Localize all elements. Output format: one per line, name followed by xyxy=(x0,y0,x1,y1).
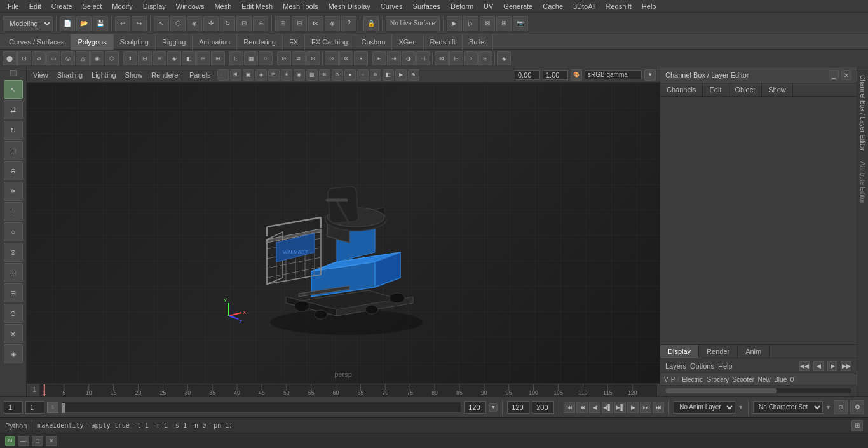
menu-modify[interactable]: Modify xyxy=(107,0,137,13)
render-btn[interactable]: ▶ xyxy=(447,16,462,31)
combine-btn[interactable]: ⇥ xyxy=(387,51,401,65)
menu-windows[interactable]: Windows xyxy=(171,0,210,13)
bevel-btn[interactable]: ⊡ xyxy=(229,51,243,65)
vp-icon-aa[interactable]: ▩ xyxy=(306,69,318,81)
tab-fx-caching[interactable]: FX Caching xyxy=(305,34,355,50)
play-back-btn[interactable]: ◀ xyxy=(589,402,600,413)
poly-torus-btn[interactable]: ◎ xyxy=(61,51,75,65)
poly-platonic-btn[interactable]: ⬡ xyxy=(105,51,119,65)
bridge-btn[interactable]: ⊟ xyxy=(138,51,152,65)
prefs-btn[interactable]: ⚙ xyxy=(850,400,864,414)
lasso-tool-btn[interactable]: ○ xyxy=(4,222,23,241)
merge-btn[interactable]: ⊗ xyxy=(339,51,353,65)
rotate-btn[interactable]: ↻ xyxy=(220,16,235,31)
layer-prev-btn[interactable]: ◀ xyxy=(813,361,824,371)
lighting-menu[interactable]: Lighting xyxy=(89,71,119,79)
anim-layer-dropdown[interactable]: No Anim Layer xyxy=(674,401,735,414)
vp-icon-dof[interactable]: ⊘ xyxy=(332,69,343,81)
render-layer-tab[interactable]: Render xyxy=(699,345,738,358)
color-space-dropdown-icon[interactable]: ▼ xyxy=(644,69,656,81)
target-weld-btn[interactable]: ⊙ xyxy=(325,51,339,65)
collapse-btn[interactable]: ▪ xyxy=(354,51,368,65)
tab-fx[interactable]: FX xyxy=(283,34,305,50)
menu-file[interactable]: File xyxy=(3,0,24,13)
tab-bullet[interactable]: Bullet xyxy=(463,34,494,50)
object-tab[interactable]: Object xyxy=(728,83,762,96)
layer-next-next-btn[interactable]: ▶▶ xyxy=(841,361,851,371)
snap-pts-btn[interactable]: ⊞ xyxy=(275,16,290,31)
render-opts-btn[interactable]: ⊠ xyxy=(480,16,495,31)
vp-icon-smooth[interactable]: ◈ xyxy=(255,69,267,81)
tab-redshift[interactable]: Redshift xyxy=(424,34,463,50)
channel-box-minimize[interactable]: _ xyxy=(829,70,839,80)
menu-surfaces[interactable]: Surfaces xyxy=(408,0,445,13)
vp-icon-tex[interactable]: ⊡ xyxy=(268,69,280,81)
minimize-window-btn[interactable]: — xyxy=(18,436,29,446)
smooth-mesh-btn[interactable]: ◈ xyxy=(497,51,511,65)
lasso-btn[interactable]: ⬡ xyxy=(170,16,186,31)
menu-help[interactable]: Help xyxy=(637,0,661,13)
view-menu[interactable]: View xyxy=(31,71,51,79)
fill-hole-btn[interactable]: ◈ xyxy=(167,51,181,65)
wedge-btn[interactable]: ◧ xyxy=(182,51,196,65)
python-label[interactable]: Python xyxy=(5,422,27,430)
renderer-menu[interactable]: Renderer xyxy=(149,71,183,79)
marquee-btn[interactable]: □ xyxy=(4,202,23,221)
menu-edit[interactable]: Edit xyxy=(24,0,46,13)
soft-select-btn[interactable]: ≋ xyxy=(4,182,23,201)
show-manipulator-btn[interactable]: ⊞ xyxy=(4,263,23,282)
timeline[interactable]: 1 1 5 10 15 20 25 xyxy=(27,383,660,396)
poly-disk-btn[interactable]: ◉ xyxy=(90,51,104,65)
menu-create[interactable]: Create xyxy=(46,0,78,13)
rotate-tool-btn[interactable]: ↻ xyxy=(4,121,23,140)
current-frame-field[interactable] xyxy=(25,401,44,414)
menu-curves[interactable]: Curves xyxy=(376,0,408,13)
end-frame-field[interactable] xyxy=(464,401,486,414)
poly-plane-btn[interactable]: ▭ xyxy=(46,51,60,65)
menu-edit-mesh[interactable]: Edit Mesh xyxy=(236,0,278,13)
playback-end-field[interactable] xyxy=(507,401,529,414)
menu-select[interactable]: Select xyxy=(78,0,107,13)
snap-curve-btn[interactable]: ⋈ xyxy=(308,16,323,31)
render-seq-btn[interactable]: ▷ xyxy=(463,16,478,31)
frame-slider-thumb[interactable] xyxy=(62,403,65,413)
menu-3dtall[interactable]: 3DtoAll xyxy=(568,0,600,13)
tab-animation[interactable]: Animation xyxy=(193,34,237,50)
color-space-field[interactable] xyxy=(585,70,642,79)
playback-max-field[interactable] xyxy=(532,401,554,414)
tab-sculpting[interactable]: Sculpting xyxy=(114,34,156,50)
smooth-btn[interactable]: ⊛ xyxy=(306,51,320,65)
color-mode-icon[interactable]: 🎨 xyxy=(571,69,582,81)
layer-scrollbar-thumb[interactable] xyxy=(665,388,777,393)
append-poly-btn[interactable]: ⊕ xyxy=(153,51,166,65)
layer-prev-prev-btn[interactable]: ◀◀ xyxy=(799,361,810,371)
anim-layer-tab[interactable]: Anim xyxy=(738,345,770,358)
frame-range-slider[interactable] xyxy=(61,402,461,413)
paint-select-btn[interactable]: ⊛ xyxy=(4,243,23,262)
vp-icon-cam[interactable]: 🎥 xyxy=(217,69,229,81)
next-frame-btn[interactable]: ▶▌ xyxy=(614,402,626,413)
relax-btn[interactable]: ≋ xyxy=(292,51,306,65)
menu-uv[interactable]: UV xyxy=(478,0,498,13)
play-fwd-btn[interactable]: ▶ xyxy=(627,402,639,413)
redo-btn[interactable]: ↪ xyxy=(132,16,147,31)
anim-layer-arrow[interactable]: ▼ xyxy=(738,404,743,411)
render-cam-btn[interactable]: 📷 xyxy=(513,16,528,31)
options-option[interactable]: Options xyxy=(690,362,714,370)
uv-spherical-btn[interactable]: ○ xyxy=(464,51,478,65)
uv-cylindrical-btn[interactable]: ⊟ xyxy=(449,51,463,65)
render-region-btn[interactable]: ⊞ xyxy=(496,16,512,31)
vp-icon-ssao[interactable]: ● xyxy=(344,69,356,81)
left-tool-14[interactable]: ◈ xyxy=(4,344,23,363)
jump-end-btn[interactable]: ⏭ xyxy=(653,402,664,413)
extrude-btn[interactable]: ⬆ xyxy=(123,51,137,65)
multi-cut-btn[interactable]: ✂ xyxy=(196,51,210,65)
step-back-btn[interactable]: ⏮ xyxy=(576,402,588,413)
connect-btn[interactable]: ⊞ xyxy=(211,51,225,65)
layers-option[interactable]: Layers xyxy=(665,362,686,370)
tab-xgen[interactable]: XGen xyxy=(392,34,423,50)
circularize-btn[interactable]: ○ xyxy=(259,51,273,65)
maximize-window-btn[interactable]: □ xyxy=(32,436,43,446)
autokey-btn[interactable]: ⊙ xyxy=(834,400,848,414)
vp-icon-light[interactable]: ☀ xyxy=(281,69,292,81)
